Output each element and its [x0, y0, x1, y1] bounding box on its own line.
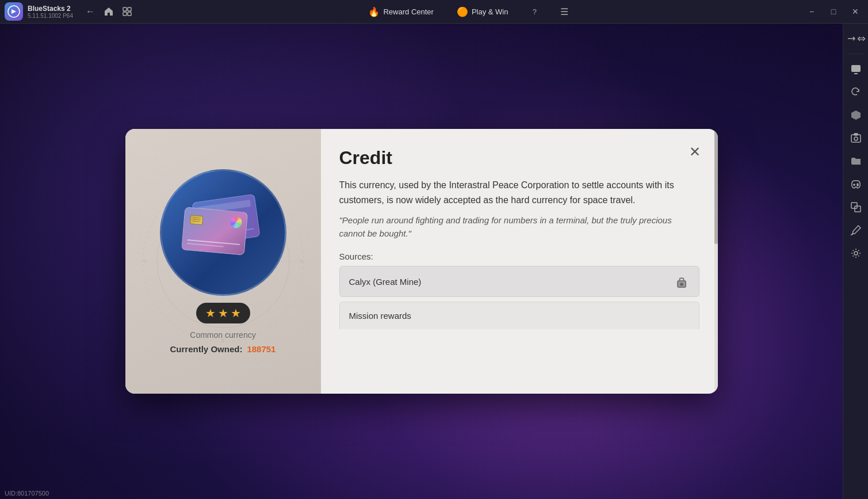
star-1: ★ [205, 306, 216, 320]
svg-marker-15 [300, 259, 305, 264]
dialog-right-panel: ✕ Credit This currency, used by the Inte… [321, 129, 718, 394]
play-win-icon: 🟠 [457, 6, 468, 17]
uid-bar: UID:801707500 [5, 490, 49, 497]
source-2-text: Mission rewards [349, 311, 411, 321]
app-info: BlueStacks 2 5.11.51.1002 P64 [28, 5, 73, 19]
sidebar-rotate-icon[interactable] [846, 82, 866, 102]
svg-marker-13 [221, 338, 225, 343]
reward-center-label: Reward Center [383, 7, 433, 16]
svg-rect-1 [123, 7, 127, 11]
dialog-description: This currency, used by the Interastral P… [339, 178, 699, 207]
card-front [181, 207, 247, 255]
item-icon-circle [160, 169, 286, 296]
titlebar-center: 🔥 Reward Center 🟠 Play & Win ? ☰ [135, 3, 801, 20]
svg-marker-14 [142, 259, 146, 264]
svg-point-25 [857, 185, 858, 186]
back-button[interactable]: ← [82, 3, 98, 20]
stars-container: ★ ★ ★ [196, 303, 250, 323]
svg-rect-3 [123, 12, 127, 16]
sidebar-brush2-icon[interactable] [846, 220, 866, 241]
titlebar: BlueStacks 2 5.11.51.1002 P64 ← 🔥 Reward… [0, 0, 868, 24]
sidebar-gamepad-icon[interactable] [846, 174, 866, 195]
lock-icon [674, 273, 690, 290]
home-button[interactable] [101, 3, 117, 20]
dialog-title: Credit [339, 147, 699, 169]
sources-list: Calyx (Great Mine) Mission rewards [339, 266, 699, 329]
play-win-button[interactable]: 🟠 Play & Win [452, 4, 513, 20]
svg-rect-2 [128, 7, 131, 11]
sidebar-screenshot-icon[interactable] [846, 128, 866, 148]
titlebar-nav: ← [73, 3, 135, 20]
svg-rect-19 [851, 135, 861, 142]
reward-fire-icon: 🔥 [368, 6, 380, 17]
sidebar-window2-icon[interactable] [846, 197, 866, 218]
source-item-2[interactable]: Mission rewards [339, 302, 699, 329]
dialog-close-button[interactable]: ✕ [683, 140, 706, 163]
window-close-button[interactable]: ✕ [845, 3, 866, 20]
dialog-left-panel: ★ ★ ★ Common currency Currently Owned: 1… [125, 129, 321, 394]
svg-point-17 [680, 284, 682, 285]
star-2: ★ [218, 306, 228, 320]
sidebar-apk-icon[interactable] [846, 105, 866, 125]
sidebar-settings-icon[interactable] [846, 243, 866, 264]
tabs-button[interactable] [119, 3, 135, 20]
play-win-label: Play & Win [472, 7, 508, 16]
sidebar-folder-icon[interactable] [846, 151, 866, 172]
scroll-track [714, 129, 718, 394]
maximize-button[interactable]: □ [823, 3, 844, 20]
minimize-button[interactable]: − [801, 3, 822, 20]
reward-center-button[interactable]: 🔥 Reward Center [364, 4, 438, 20]
titlebar-right: − □ ✕ [801, 3, 868, 20]
sources-label: Sources: [339, 252, 699, 261]
sidebar-display-icon[interactable] [846, 59, 866, 79]
menu-button[interactable]: ☰ [556, 3, 572, 20]
svg-point-20 [854, 137, 858, 140]
svg-rect-27 [855, 206, 861, 212]
svg-rect-18 [851, 65, 861, 72]
game-area: ★ ★ ★ Common currency Currently Owned: 1… [0, 24, 843, 499]
dialog-quote: "People run around fighting and trading … [339, 214, 699, 240]
svg-point-28 [854, 252, 858, 255]
app-name: BlueStacks 2 [28, 5, 73, 13]
source-item-1[interactable]: Calyx (Great Mine) [339, 266, 699, 297]
svg-rect-4 [128, 12, 131, 16]
scroll-thumb[interactable] [714, 129, 718, 244]
credit-dialog: ★ ★ ★ Common currency Currently Owned: 1… [125, 129, 718, 394]
svg-rect-26 [851, 203, 857, 208]
app-version: 5.11.51.1002 P64 [28, 13, 73, 19]
help-button[interactable]: ? [526, 3, 542, 20]
app-logo [5, 2, 23, 21]
credit-cards-icon [177, 198, 269, 267]
source-1-text: Calyx (Great Mine) [349, 277, 422, 287]
titlebar-left: BlueStacks 2 5.11.51.1002 P64 [0, 2, 73, 21]
svg-rect-21 [854, 134, 858, 135]
right-sidebar: ⇔ [843, 24, 868, 499]
dialog-overlay: ★ ★ ★ Common currency Currently Owned: 1… [0, 24, 843, 499]
sidebar-expand-icon[interactable]: ⇔ [846, 28, 866, 49]
star-3: ★ [231, 306, 241, 320]
